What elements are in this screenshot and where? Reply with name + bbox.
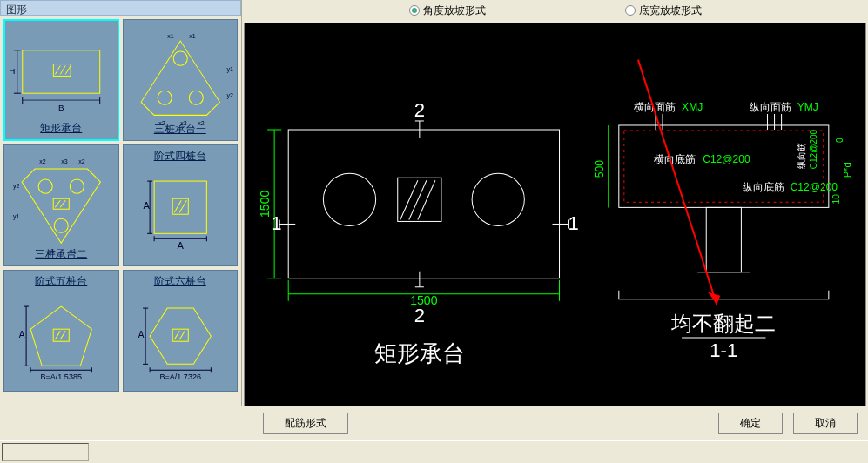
thumb-title: 阶式六桩台 xyxy=(124,274,238,289)
cancel-button[interactable]: 取消 xyxy=(793,413,858,434)
svg-text:矩形承台: 矩形承台 xyxy=(374,341,465,366)
svg-rect-104 xyxy=(706,207,741,272)
svg-text:横向底筋: 横向底筋 xyxy=(654,153,696,165)
svg-line-4 xyxy=(65,65,71,74)
thumb-step-6-cap[interactable]: 阶式六桩台 A B=A/1.7326 xyxy=(123,270,239,392)
thumb-tri-cap-1[interactable]: x1x1 y1y2 x2x3x2 三桩承台一 xyxy=(123,19,239,141)
svg-line-3 xyxy=(60,65,65,74)
svg-text:1500: 1500 xyxy=(258,191,272,218)
status-bar xyxy=(0,440,868,463)
svg-text:2: 2 xyxy=(414,305,425,326)
thumb-title: 矩形承台 xyxy=(5,121,118,136)
svg-text:1: 1 xyxy=(569,212,579,234)
svg-text:y2: y2 xyxy=(226,92,233,99)
right-panel: 角度放坡形式 底宽放坡形式 1500 1 xyxy=(242,0,868,406)
svg-line-65 xyxy=(179,331,185,339)
svg-line-2 xyxy=(55,65,60,74)
thumb-title: 三桩承台一 xyxy=(124,122,238,137)
side-panel: 图形 B H 矩形承台 xyxy=(0,0,242,406)
svg-text:C12@200: C12@200 xyxy=(809,129,818,169)
svg-point-26 xyxy=(70,179,84,193)
svg-text:500: 500 xyxy=(594,160,606,178)
svg-line-79 xyxy=(409,180,427,219)
svg-text:y2: y2 xyxy=(13,183,20,190)
svg-text:纵向底筋: 纵向底筋 xyxy=(743,181,784,193)
svg-line-64 xyxy=(174,331,179,339)
svg-text:C12@200: C12@200 xyxy=(791,181,838,193)
svg-text:x1: x1 xyxy=(167,33,174,39)
svg-text:y1: y1 xyxy=(226,66,233,73)
svg-marker-50 xyxy=(30,306,91,366)
svg-text:A: A xyxy=(138,330,144,339)
thumb-step-5-cap[interactable]: 阶式五桩台 A B=A/1.5385 xyxy=(3,270,119,392)
bottom-bar: 配筋形式 确定 取消 xyxy=(0,406,868,440)
svg-text:10: 10 xyxy=(831,194,841,205)
svg-rect-28 xyxy=(53,198,69,209)
svg-point-15 xyxy=(158,91,172,104)
svg-point-14 xyxy=(173,51,187,65)
svg-text:纵向筋: 纵向筋 xyxy=(797,143,806,169)
svg-text:A: A xyxy=(177,240,184,251)
svg-text:YMJ: YMJ xyxy=(797,101,818,113)
radio-icon xyxy=(625,5,636,16)
svg-marker-13 xyxy=(141,41,219,115)
svg-text:H: H xyxy=(9,66,15,76)
svg-rect-0 xyxy=(23,50,100,92)
thumb-step-4-cap[interactable]: 阶式四桩台 A A xyxy=(123,144,239,266)
radio-row: 角度放坡形式 底宽放坡形式 xyxy=(242,0,868,21)
svg-rect-63 xyxy=(172,329,188,341)
thumb-title: 阶式四桩台 xyxy=(124,149,238,164)
radio-width-slope[interactable]: 底宽放坡形式 xyxy=(625,3,702,17)
thumb-grid: B H 矩形承台 x1x1 y1y2 x2x3x2 三桩承 xyxy=(0,16,241,395)
svg-text:B: B xyxy=(58,103,64,112)
status-cell xyxy=(2,443,89,461)
svg-rect-38 xyxy=(154,181,206,233)
svg-line-30 xyxy=(60,200,65,207)
svg-text:A: A xyxy=(143,200,150,211)
svg-point-76 xyxy=(472,173,524,225)
svg-line-80 xyxy=(418,180,435,219)
side-panel-header: 图形 xyxy=(0,0,241,16)
thumb-tri-cap-2[interactable]: x2x3x2 y2y1 x1x1 三桩承台二 xyxy=(3,144,119,266)
svg-text:x2: x2 xyxy=(78,158,85,164)
radio-label: 底宽放坡形式 xyxy=(639,3,702,18)
svg-text:均不翻起二: 均不翻起二 xyxy=(670,312,776,335)
svg-text:1-1: 1-1 xyxy=(710,339,737,361)
svg-rect-51 xyxy=(53,329,69,341)
radio-label: 角度放坡形式 xyxy=(423,3,486,18)
radio-icon xyxy=(409,5,420,16)
svg-text:x2: x2 xyxy=(39,158,46,164)
drawing-canvas[interactable]: 1500 1500 2 2 1 1 矩形承台 xyxy=(244,23,866,406)
svg-text:B=A/1.7326: B=A/1.7326 xyxy=(159,372,200,381)
svg-line-78 xyxy=(400,180,418,219)
svg-line-129 xyxy=(638,60,717,305)
svg-rect-74 xyxy=(288,130,559,278)
svg-point-16 xyxy=(189,91,203,104)
svg-point-25 xyxy=(38,179,52,193)
svg-text:x1: x1 xyxy=(189,33,196,39)
radio-angle-slope[interactable]: 角度放坡形式 xyxy=(409,3,486,17)
thumb-rect-cap[interactable]: B H 矩形承台 xyxy=(3,19,119,141)
rebar-style-button[interactable]: 配筋形式 xyxy=(263,413,348,434)
svg-text:y1: y1 xyxy=(13,213,20,220)
thumb-title: 阶式五桩台 xyxy=(4,274,118,289)
svg-point-75 xyxy=(323,173,375,225)
svg-line-29 xyxy=(55,200,60,207)
svg-point-27 xyxy=(54,218,68,232)
ok-button[interactable]: 确定 xyxy=(718,413,783,434)
svg-line-53 xyxy=(60,331,65,339)
svg-text:B=A/1.5385: B=A/1.5385 xyxy=(41,372,82,381)
svg-text:A: A xyxy=(19,330,25,339)
svg-text:C12@200: C12@200 xyxy=(703,153,750,165)
svg-text:XMJ: XMJ xyxy=(682,101,703,113)
svg-text:0: 0 xyxy=(835,138,844,143)
svg-text:P*d: P*d xyxy=(842,162,852,178)
thumb-title: 三桩承台二 xyxy=(4,247,118,262)
svg-marker-62 xyxy=(150,308,211,364)
svg-text:2: 2 xyxy=(414,99,425,121)
svg-marker-130 xyxy=(708,292,720,305)
svg-text:纵向面筋: 纵向面筋 xyxy=(750,101,791,113)
svg-line-52 xyxy=(55,331,60,339)
svg-text:x3: x3 xyxy=(61,158,68,164)
